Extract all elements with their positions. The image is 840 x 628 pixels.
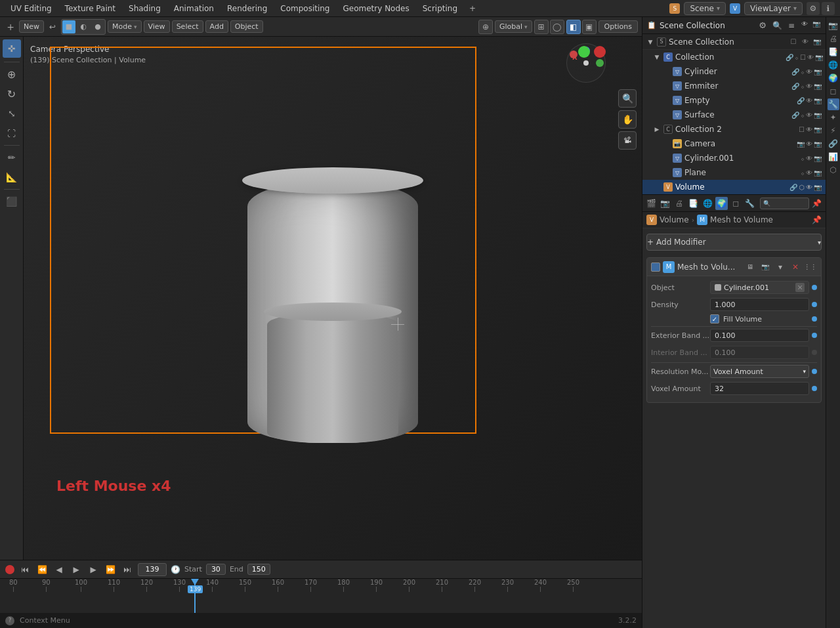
step-forward-button[interactable]: ▶ <box>87 563 100 576</box>
data-vtab[interactable]: 📊 <box>828 151 839 163</box>
prev-keyframe-button[interactable]: ⏪ <box>35 563 49 576</box>
options-button[interactable]: Options <box>598 20 638 33</box>
plane-vis-icon[interactable]: 👁 <box>806 169 812 177</box>
view-button[interactable]: View <box>144 20 170 33</box>
record-button[interactable] <box>5 565 14 574</box>
add-workspace-button[interactable]: + <box>465 3 480 14</box>
render-shading-button[interactable]: ● <box>91 20 104 33</box>
cylinder-row[interactable]: ▽ Cylinder 🔗 ⬦ 👁 📷 <box>642 64 826 79</box>
collection-row[interactable]: ▼ C Collection 🔗 ⬦ ☐ 👁 📷 <box>642 50 826 64</box>
undo-icon[interactable]: ↩ <box>46 20 59 33</box>
physics-vtab[interactable]: ⚡ <box>828 125 839 136</box>
cylinder001-row[interactable]: ▽ Cylinder.001 ⬦ 👁 📷 <box>642 151 826 165</box>
hide-icon[interactable]: 👁 <box>799 19 810 30</box>
object-field-value[interactable]: Cylinder.001 ✕ <box>710 281 809 294</box>
snap-icon[interactable]: ⊞ <box>534 20 549 34</box>
emmiter-link-icon[interactable]: 🔗 <box>791 83 799 90</box>
menu-uv-editing[interactable]: UV Editing <box>5 3 57 14</box>
volume-vis-icon[interactable]: 👁 <box>806 184 812 191</box>
surface-row[interactable]: ▽ Surface 🔗 ⬦ 👁 📷 <box>642 108 826 122</box>
emmiter-filter-icon[interactable]: ⬦ <box>801 83 805 90</box>
xray-button[interactable]: ▣ <box>582 20 597 34</box>
start-frame-input[interactable]: 30 <box>206 564 226 575</box>
plane-render-icon[interactable]: 📷 <box>814 169 822 177</box>
collection2-exclude-icon[interactable]: ☐ <box>799 126 805 133</box>
output-properties-tab[interactable]: 🖨 <box>673 197 685 210</box>
view-layer-vtab[interactable]: 📑 <box>828 46 839 58</box>
add-cube-tool-button[interactable]: ⬛ <box>3 192 21 211</box>
object-properties-tab[interactable]: ◻ <box>730 197 742 210</box>
surface-render-icon[interactable]: 📷 <box>814 112 822 119</box>
modifier-enable-toggle[interactable] <box>651 262 660 272</box>
transform-icon[interactable]: ⊕ <box>478 20 493 34</box>
cylinder-vis-icon[interactable]: 👁 <box>806 68 812 75</box>
add-modifier-button[interactable]: + Add Modifier ▾ <box>646 234 822 251</box>
empty-render-icon[interactable]: 📷 <box>814 97 822 104</box>
view-layer-selector[interactable]: ViewLayer ▾ <box>744 2 803 15</box>
surface-vis-icon[interactable]: 👁 <box>806 112 812 119</box>
camera-cam-icon[interactable]: 📷 <box>797 140 805 148</box>
step-back-button[interactable]: ◀ <box>52 563 66 576</box>
mod-realtime-button[interactable]: 🖥 <box>744 261 757 274</box>
green-nav-dot[interactable] <box>578 46 590 58</box>
annotate-tool-button[interactable]: ✏ <box>3 148 21 167</box>
volume-render-icon[interactable]: 📷 <box>814 184 822 191</box>
world-vtab[interactable]: 🌍 <box>828 72 839 84</box>
scene-collection-vis-icon[interactable]: 👁 <box>801 37 810 47</box>
modifier-properties-tab[interactable]: 🔧 <box>744 197 755 210</box>
bc-pin-button[interactable]: 📌 <box>812 215 822 224</box>
volume-row[interactable]: V Volume 🔗 ⬡ 👁 📷 <box>642 180 826 194</box>
volume-link-icon[interactable]: 🔗 <box>789 184 797 191</box>
select-button[interactable]: Select <box>172 20 203 33</box>
move-tool-button[interactable]: ⊕ <box>3 65 21 83</box>
surface-link-icon[interactable]: 🔗 <box>791 112 799 119</box>
settings-icon[interactable]: ⚙ <box>807 2 820 15</box>
scene-selector[interactable]: Scene ▾ <box>684 2 726 15</box>
empty-link-icon[interactable]: 🔗 <box>797 97 805 104</box>
collection-vis-icon[interactable]: 👁 <box>807 54 814 61</box>
voxel-amount-value[interactable]: 32 <box>710 382 809 395</box>
menu-shading[interactable]: Shading <box>123 3 166 14</box>
menu-geometry-nodes[interactable]: Geometry Nodes <box>337 3 414 14</box>
mod-collapse-button[interactable]: ▾ <box>774 261 787 274</box>
material-vtab[interactable]: ⬡ <box>828 164 839 176</box>
menu-animation[interactable]: Animation <box>169 3 219 14</box>
scene-collection-exclude-icon[interactable]: ☐ <box>789 37 798 47</box>
empty-row[interactable]: ▽ Empty 🔗 👁 📷 <box>642 93 826 108</box>
jump-to-start-button[interactable]: ⏮ <box>18 563 32 576</box>
surface-filter-icon[interactable]: ⬦ <box>801 112 805 119</box>
collection2-render-icon[interactable]: 📷 <box>814 126 822 133</box>
collection2-row[interactable]: ▶ C Collection 2 ☐ 👁 📷 <box>642 122 826 136</box>
cylinder-link-icon[interactable]: 🔗 <box>791 68 799 75</box>
cylinder001-render-icon[interactable]: 📷 <box>814 155 822 162</box>
mod-render-button[interactable]: 📷 <box>759 261 772 274</box>
render-icon[interactable]: 📷 <box>811 19 822 30</box>
camera-view-button[interactable]: 📽 <box>618 131 637 150</box>
mod-close-button[interactable]: ✕ <box>789 261 802 274</box>
red-nav-dot[interactable] <box>594 46 606 58</box>
next-keyframe-button[interactable]: ⏩ <box>104 563 117 576</box>
transform-tool-button[interactable]: ⛶ <box>3 124 21 142</box>
collection-link-icon[interactable]: 🔗 <box>786 54 793 61</box>
outliner-search-button[interactable]: 🔍 <box>770 19 784 32</box>
plane-filter-icon[interactable]: ⬦ <box>801 169 805 177</box>
plane-row[interactable]: ▽ Plane ⬦ 👁 📷 <box>642 165 826 180</box>
scene-vtab[interactable]: 🌐 <box>828 59 839 71</box>
pin-button[interactable]: 📌 <box>811 197 823 210</box>
add-button[interactable]: Add <box>205 20 228 33</box>
fill-volume-checkbox[interactable] <box>710 314 719 324</box>
resolution-mode-select[interactable]: Voxel Amount ▾ <box>710 365 809 378</box>
outliner-toggle-button[interactable]: ≡ <box>785 19 798 32</box>
density-value[interactable]: 1.000 <box>710 298 809 311</box>
overlays-button[interactable]: ◧ <box>566 20 581 34</box>
mod-menu-button[interactable]: ⋮⋮ <box>804 261 817 274</box>
collection-filter-icon[interactable]: ⬦ <box>795 54 799 61</box>
particles-vtab[interactable]: ✦ <box>828 112 839 123</box>
jump-to-end-button[interactable]: ⏭ <box>121 563 134 576</box>
scene-collection-render-icon[interactable]: 📷 <box>812 37 822 47</box>
mode-button[interactable]: Mode ▾ <box>108 20 142 33</box>
view-layer-properties-tab[interactable]: 📑 <box>687 197 699 210</box>
menu-compositing[interactable]: Compositing <box>275 3 335 14</box>
scene-collection-row[interactable]: ▼ S Scene Collection ☐ 👁 📷 <box>642 34 826 50</box>
modifier-vtab[interactable]: 🔧 <box>828 98 839 110</box>
